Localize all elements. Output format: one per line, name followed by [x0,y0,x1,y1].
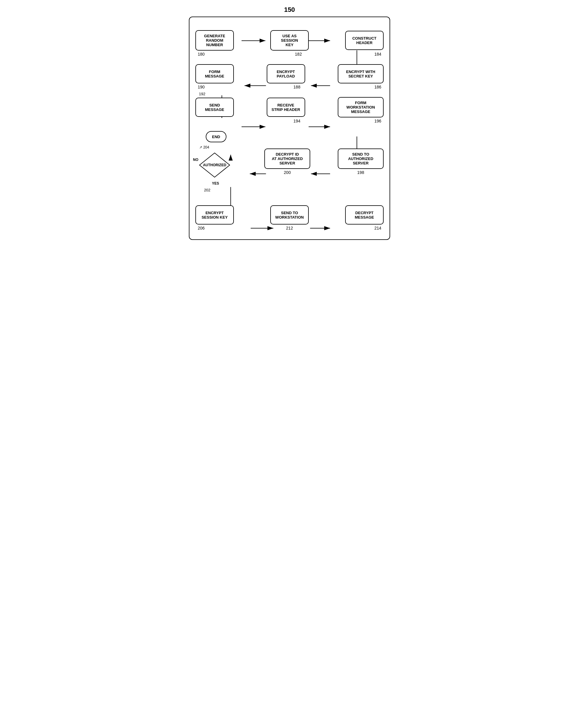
ref-198: 198 [357,170,364,175]
box-construct-header: CONSTRUCT HEADER [345,31,384,50]
ref-202: 202 [204,188,210,192]
box-receive-strip: RECEIVE STRIP HEADER [267,98,305,117]
box-use-session-key: USE AS SESSION KEY [270,30,309,51]
refs-row1: 180 182 184 [195,51,384,56]
box-form-message: FORM MESSAGE [195,64,234,83]
page-container: 150 [189,6,390,240]
row-1: GENERATE RANDOM NUMBER USE AS SESSION KE… [195,26,384,51]
ref-190: 190 [198,85,205,89]
ref-186: 186 [374,85,381,89]
refs-row2: 190 188 186 [195,83,384,89]
row-3: 192 SEND MESSAGE RECEIVE STRIP HEADER FO… [195,95,384,118]
ref-206: 206 [198,226,205,230]
figure-number: 150 [189,6,390,14]
box-generate-random: GENERATE RANDOM NUMBER [195,30,234,51]
yes-label-row: YES [212,181,220,185]
flowchart: GENERATE RANDOM NUMBER USE AS SESSION KE… [195,26,384,230]
diagram-border: GENERATE RANDOM NUMBER USE AS SESSION KE… [189,17,390,240]
box-encrypt-session: ENCRYPT SESSION KEY [195,205,234,225]
refs-row5: 206 212 214 [195,225,384,230]
ref-188: 188 [293,85,300,89]
diamond-authorized: AUTHORIZED [198,152,231,178]
row-5: ENCRYPT SESSION KEY SEND TO WORKSTATION … [195,203,384,225]
refs-row3: 192 194 196 [195,118,384,123]
box-encrypt-payload: ENCRYPT PAYLOAD [267,64,305,83]
box-send-authorized: SEND TO AUTHORIZED SERVER [338,149,384,169]
box-encrypt-secret: ENCRYPT WITH SECRET KEY [338,64,384,83]
no-label-wrapper: NO AUTHORIZED [198,152,234,178]
box-decrypt-id: DECRYPT ID AT AUTHORIZED SERVER [265,149,310,169]
diamond-label: AUTHORIZED [203,163,226,167]
ref-194: 194 [293,119,300,123]
ref-214: 214 [374,226,381,230]
left-col: END ↗ 204 NO AUTHORIZED [195,131,237,192]
ref-212: 212 [286,226,293,230]
box-form-workstation: FORM WORKSTATION MESSAGE [338,97,384,118]
ref-200: 200 [284,170,291,175]
ref-192-label: 192 [199,92,205,96]
oval-end: END [206,131,226,142]
ref-204-label: ↗ 204 [199,145,209,149]
mid-col: DECRYPT ID AT AUTHORIZED SERVER 200 [265,149,310,175]
yes-label: YES [212,181,219,185]
no-label: NO [193,158,198,162]
ref-184: 184 [374,52,381,56]
box-send-workstation: SEND TO WORKSTATION [270,205,309,225]
ref-196: 196 [374,119,381,123]
row-2: FORM MESSAGE ENCRYPT PAYLOAD ENCRYPT WIT… [195,62,384,83]
ref-180: 180 [198,52,205,56]
ref-182: 182 [295,52,302,56]
row-4: END ↗ 204 NO AUTHORIZED [195,129,384,192]
box-send-message: SEND MESSAGE [195,98,234,117]
right-col: SEND TO AUTHORIZED SERVER 198 [338,149,384,175]
box-decrypt-message: DECRYPT MESSAGE [345,205,384,225]
box-send-message-wrapper: 192 SEND MESSAGE [195,98,234,117]
